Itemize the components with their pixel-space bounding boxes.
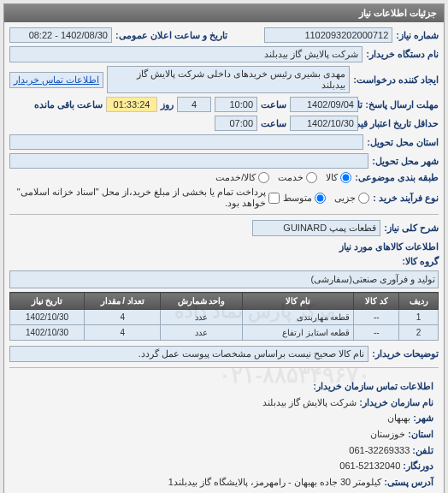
group-label: گروه کالا: [402,256,439,267]
radio-medium[interactable]: متوسط [283,193,326,204]
city-label: شهر: [413,413,433,423]
cell-code: -- [354,325,399,341]
cell-name: قطعه مهاربندی [242,310,354,325]
th-qty: تعداد / مقدار [85,293,161,310]
org-val: شرکت پالایش گاز بیدبلند [262,397,357,407]
time-label-1: ساعت [261,99,286,110]
notes-label: توضیحات خریدار: [372,348,439,359]
announce-field: 1402/08/30 - 08:22 [9,27,112,43]
radio-small-input[interactable] [358,193,369,204]
province-val: خوزستان [370,429,405,439]
delivery-city-field [9,153,368,169]
cell-unit: عدد [161,325,243,341]
process-radio-group: جزیی متوسط [283,193,369,204]
table-header-row: ردیف کد کالا نام کالا واحد شمارش تعداد /… [10,293,439,310]
subject-radio-group: کالا خدمت کالا/خدمت [215,172,351,183]
row-req-no: شماره نیاز: 1102093202000712 تاریخ و ساع… [9,27,439,43]
radio-service[interactable]: خدمت [278,172,317,183]
radio-goods-service[interactable]: کالا/خدمت [215,172,269,183]
buyer-contact-link[interactable]: اطلاعات تماس خریدار [9,72,103,88]
deadline-date: 1402/09/04 [290,97,358,112]
need-desc-label: شرح کلی نیاز: [384,223,439,234]
cell-qty: 4 [85,310,161,325]
row-requester: ایجاد کننده درخواست: مهدی بشیری رئیس خری… [9,66,439,93]
phone-val: 32269333-061 [349,445,410,455]
notes-field: نام کالا صحیح نیست براساس مشخصات پیوست ع… [9,346,368,362]
radio-goods-input[interactable] [340,172,351,183]
row-process: نوع فرآیند خرید : جزیی متوسط پرداخت تمام… [9,187,439,209]
table-row: 2 -- قطعه استایز ارتفاع عدد 4 1402/10/30 [10,325,439,341]
row-delivery-city: شهر محل تحویل: [9,153,439,169]
radio-small[interactable]: جزیی [334,193,369,204]
deadline-label: مهلت ارسال پاسخ: تا تاریخ: [362,99,439,110]
row-buyer-org: نام دستگاه خریدار: شرکت پالایش گاز بیدبل… [9,46,439,62]
cell-name: قطعه استایز ارتفاع [242,325,354,341]
validity-time: 07:00 [215,116,257,131]
row-subject: طبقه بندی موضوعی: کالا خدمت کالا/خدمت [9,172,439,183]
fax-label: دورنگار: [403,460,433,471]
th-unit: واحد شمارش [161,293,243,310]
radio-medium-input[interactable] [315,193,326,204]
th-code: کد کالا [354,293,399,310]
items-table: ردیف کد کالا نام کالا واحد شمارش تعداد /… [9,292,439,341]
radio-service-input[interactable] [306,172,317,183]
group-title: اطلاعات کالاهای مورد نیاز [9,241,439,252]
row-notes: توضیحات خریدار: نام کالا صحیح نیست براسا… [9,346,439,362]
cell-unit: عدد [161,310,243,325]
row-deadline: مهلت ارسال پاسخ: تا تاریخ: 1402/09/04 سا… [9,97,439,112]
group-field: تولید و فرآوری صنعتی(سفارشی) [9,270,439,288]
checkbox-treasury[interactable]: پرداخت تمام یا بخشی از مبلغ خرید،از محل … [9,187,280,209]
radio-goods[interactable]: کالا [326,172,351,183]
checkbox-treasury-input[interactable] [268,193,280,204]
row-delivery-province: استان محل تحویل: [9,134,439,150]
addr-label: آدرس پستی: [384,477,433,487]
delivery-province-field [9,134,363,150]
phone-label: تلفن: [412,445,433,455]
cell-row: 2 [399,325,439,341]
cell-date: 1402/10/30 [10,310,85,325]
req-no-field: 1102093202000712 [264,27,392,43]
cell-code: -- [354,310,399,325]
row-need-desc: شرح کلی نیاز: قطعات پمپ GUINARD [9,220,439,236]
time-label-2: ساعت [261,118,286,129]
cell-date: 1402/10/30 [10,325,85,341]
buyer-org-field: شرکت پالایش گاز بیدبلند [9,46,363,62]
cell-row: 1 [399,310,439,325]
subject-label: طبقه بندی موضوعی: [355,172,439,183]
days-field: 4 [177,97,211,112]
delivery-city-label: شهر محل تحویل: [372,156,439,167]
panel-title: جزئیات اطلاعات نیاز [4,4,444,22]
org-label: نام سازمان خریدار: [359,397,433,407]
city-val: بهبهان [387,413,410,423]
requester-field: مهدی بشیری رئیس خریدهای داخلی شرکت پالای… [107,66,350,93]
row-group: گروه کالا: [9,256,439,267]
buyer-org-label: نام دستگاه خریدار: [366,49,439,60]
row-validity: حداقل تاریخ اعتبار قیمت: تا تاریخ: 1402/… [9,116,439,131]
fax-val: 52132040-061 [339,460,400,471]
announce-label: تاریخ و ساعت اعلان عمومی: [115,30,227,41]
process-label: نوع فرآیند خرید : [373,193,439,204]
need-desc-field: قطعات پمپ GUINARD [252,220,380,236]
th-row: ردیف [399,293,439,310]
province-label: استان: [408,429,433,439]
validity-label: حداقل تاریخ اعتبار قیمت: تا تاریخ: [362,118,439,129]
cell-qty: 4 [85,325,161,341]
remaining-label: ساعت باقی مانده [34,99,103,110]
table-row: 1 -- قطعه مهاربندی عدد 4 1402/10/30 [10,310,439,325]
radio-goods-service-input[interactable] [258,172,269,183]
contact-title: اطلاعات تماس سازمان خریدار: [313,381,433,391]
addr-val: کیلومتر 30 جاده بهبهان - رامهرمز، پالایش… [168,477,382,487]
details-panel: جزئیات اطلاعات نیاز شماره نیاز: 11020932… [3,3,445,493]
panel-body: شماره نیاز: 1102093202000712 تاریخ و ساع… [4,22,444,493]
days-label: روز [161,99,174,110]
validity-date: 1402/10/30 [290,116,358,131]
table-wrap: مرکز پارس نماد داده ردیف کد کالا نام کال… [9,292,439,341]
th-date: تاریخ نیاز [10,293,85,310]
th-name: نام کالا [242,293,354,310]
remaining-field: 01:33:24 [106,97,157,112]
contact-block: اطلاعات تماس سازمان خریدار: نام سازمان خ… [9,373,439,493]
req-no-label: شماره نیاز: [396,30,439,41]
deadline-time: 10:00 [215,97,257,112]
delivery-province-label: استان محل تحویل: [367,137,439,148]
requester-label: ایجاد کننده درخواست: [353,74,439,86]
